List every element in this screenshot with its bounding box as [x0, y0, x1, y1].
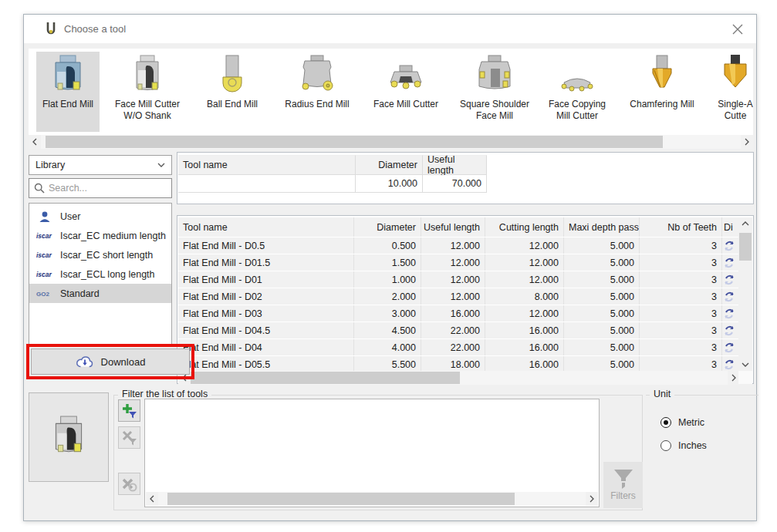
cell-useful-length: 12.000	[421, 288, 485, 305]
strip-scrollbar[interactable]	[29, 135, 753, 149]
search-box[interactable]	[29, 178, 172, 198]
library-list: User iscar Iscar_EC medium length iscar …	[29, 203, 172, 345]
column-header-di[interactable]: Di	[722, 217, 740, 237]
cell-tool-name: Flat End Mill - D01	[178, 271, 354, 288]
search-icon	[34, 183, 45, 194]
radio-metric[interactable]: Metric	[660, 417, 704, 428]
cell-tool-name: Flat End Mill - D04	[178, 339, 354, 355]
table-row[interactable]: Flat End Mill - D01.5 1.500 12.000 12.00…	[178, 254, 740, 271]
table-row[interactable]: Flat End Mill - D05.5 5.500 18.000 16.00…	[178, 356, 740, 371]
rotation-icon[interactable]	[722, 305, 740, 322]
library-item-iscar-long[interactable]: iscar Iscar_ECL long length	[29, 264, 171, 284]
strip-scrollbar-thumb[interactable]	[46, 136, 663, 148]
clear-filter-button[interactable]	[118, 473, 140, 495]
column-header[interactable]: Tool name	[178, 155, 356, 175]
table-hscrollbar-track[interactable]	[191, 371, 728, 385]
tool-type-face-mill-cutter[interactable]: Face Mill Cutter	[365, 52, 447, 132]
face-copying-mill-cutter-icon	[542, 52, 612, 96]
column-header[interactable]: Diameter	[356, 155, 423, 175]
rotation-icon[interactable]	[722, 271, 740, 288]
library-item-iscar-medium[interactable]: iscar Iscar_EC medium length	[29, 226, 171, 245]
tool-type-radius-end-mill[interactable]: Radius End Mill	[279, 52, 356, 132]
tool-type-face-mill-wo-shank[interactable]: Face Mill Cutter W/O Shank	[109, 52, 186, 132]
tool-type-label: Chamfering Mill	[621, 99, 703, 110]
filter-list-hscrollbar-track[interactable]	[158, 492, 586, 506]
library-item-user[interactable]: User	[29, 207, 171, 226]
scroll-up-icon[interactable]	[738, 217, 752, 230]
column-header-maxi-depth-pass[interactable]: Maxi depth pass	[564, 217, 640, 237]
download-button[interactable]: Download	[31, 348, 190, 375]
table-vscrollbar[interactable]	[738, 217, 752, 371]
column-header-diameter[interactable]: Diameter	[354, 217, 421, 237]
scroll-left-icon[interactable]	[29, 135, 41, 149]
radio-inches-label: Inches	[678, 440, 707, 451]
cell-diameter: 2.000	[354, 288, 421, 305]
radio-metric-icon[interactable]	[660, 417, 671, 428]
table-row[interactable]: Flat End Mill - D04.5 4.500 22.000 16.00…	[178, 322, 740, 339]
app-tool-icon	[45, 22, 57, 37]
filter-list[interactable]	[144, 399, 600, 507]
cell-cutting-length: 8.000	[485, 288, 564, 305]
radio-inches-icon[interactable]	[660, 440, 671, 451]
edit-filter-button[interactable]	[118, 426, 140, 449]
strip-scrollbar-track[interactable]	[41, 135, 741, 149]
library-item-iscar-short[interactable]: iscar Iscar_EC short length	[29, 245, 171, 264]
table-row[interactable]: Flat End Mill - D01 1.000 12.000 12.000 …	[178, 271, 740, 288]
table-row[interactable]: Flat End Mill - D02 2.000 12.000 8.000 5…	[178, 288, 740, 305]
tool-type-label: Square Shoulder Face Mill	[456, 99, 533, 122]
cell-nb-of-teeth: 3	[640, 322, 722, 338]
cell-tool-name: Flat End Mill - D03	[178, 305, 354, 322]
cell-diameter: 1.000	[354, 271, 421, 288]
tool-type-label: Face Copying Mill Cutter	[542, 99, 612, 122]
library-item-label: User	[60, 211, 80, 222]
table-row[interactable]: Flat End Mill - D03 3.000 16.000 12.000 …	[178, 305, 740, 322]
rotation-icon[interactable]	[722, 322, 740, 338]
rotation-icon[interactable]	[722, 356, 740, 371]
scroll-right-icon[interactable]	[741, 135, 753, 149]
tool-type-single-angle-cutter[interactable]: Single-A Cutte	[712, 52, 753, 132]
rotation-icon[interactable]	[722, 339, 740, 355]
column-header-cutting-length[interactable]: Cutting length	[485, 217, 564, 237]
column-header-useful-length[interactable]: Useful length	[421, 217, 485, 237]
filters-button[interactable]: Filters	[603, 462, 643, 508]
tool-type-square-shoulder-face-mill[interactable]: Square Shoulder Face Mill	[456, 52, 533, 132]
close-icon[interactable]	[731, 23, 744, 35]
table-row[interactable]: Flat End Mill - D04 4.000 22.000 16.000 …	[178, 339, 740, 356]
library-item-label: Iscar_EC medium length	[60, 231, 166, 241]
column-header-tool-name[interactable]: Tool name	[178, 217, 354, 237]
scroll-right-icon[interactable]	[586, 492, 598, 506]
column-header-nb-of-teeth[interactable]: Nb of Teeth	[640, 217, 722, 237]
radio-inches[interactable]: Inches	[660, 440, 707, 451]
cell-cutting-length: 16.000	[485, 322, 564, 338]
tools-table-panel: Tool name Diameter Useful length Cutting…	[177, 215, 754, 384]
scroll-down-icon[interactable]	[738, 359, 752, 371]
edit-filter-icon	[122, 430, 137, 446]
rotation-icon[interactable]	[722, 237, 740, 254]
tool-type-flat-end-mill[interactable]: Flat End Mill	[36, 52, 100, 132]
cell-useful-length: 12.000	[421, 271, 485, 288]
tool-type-face-copying-mill-cutter[interactable]: Face Copying Mill Cutter	[542, 52, 612, 132]
table-row[interactable]: Flat End Mill - D0.5 0.500 12.000 12.000…	[178, 237, 740, 254]
table-hscrollbar-thumb[interactable]	[191, 372, 460, 384]
cloud-download-icon	[76, 355, 94, 369]
selected-tool-row[interactable]: 10.000 70.000	[178, 175, 487, 193]
tool-type-ball-end-mill[interactable]: Ball End Mill	[195, 52, 269, 132]
table-hscrollbar[interactable]	[178, 371, 740, 385]
add-filter-button[interactable]	[118, 399, 140, 422]
tool-type-chamfering-mill[interactable]: Chamfering Mill	[621, 52, 703, 132]
scroll-left-icon[interactable]	[146, 492, 158, 506]
scrollbar-corner	[738, 371, 752, 384]
title-bar: Choose a tool	[24, 15, 756, 43]
cell-tool-name: Flat End Mill - D04.5	[178, 322, 354, 338]
table-vscrollbar-thumb[interactable]	[739, 233, 752, 261]
library-dropdown[interactable]: Library	[29, 155, 172, 175]
filter-list-hscrollbar-thumb[interactable]	[167, 493, 515, 505]
cell-maxi-depth-pass: 5.000	[564, 237, 640, 254]
filter-list-hscrollbar[interactable]	[146, 492, 598, 506]
library-item-standard[interactable]: GO2 Standard	[29, 284, 171, 303]
rotation-icon[interactable]	[722, 288, 740, 305]
ball-end-mill-icon	[195, 52, 269, 96]
rotation-icon[interactable]	[722, 254, 740, 271]
column-header[interactable]: Useful length	[423, 155, 487, 175]
search-input[interactable]	[49, 183, 164, 194]
